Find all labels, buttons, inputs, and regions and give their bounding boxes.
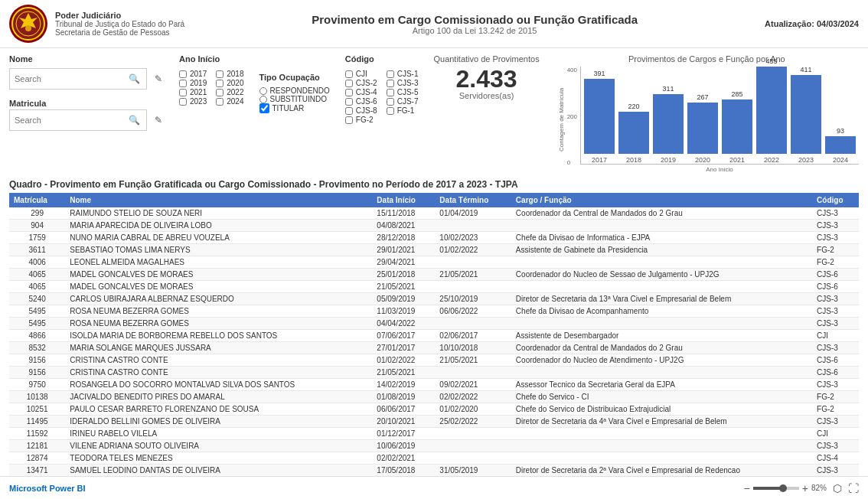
table-cell-1: ROSA NEUMA BEZERRA GOMES (65, 318, 372, 330)
bar-value-2020: 267 (697, 93, 708, 101)
table-cell-3 (435, 220, 511, 232)
codigo-check-cjs-7[interactable] (387, 98, 394, 106)
bar-2017: 391 2017 (584, 70, 615, 164)
table-row[interactable]: 9156CRISTINA CASTRO CONTE21/05/2021CJS-6 (9, 367, 859, 379)
matricula-search-box[interactable]: 🔍 (9, 109, 147, 131)
ano-checkbox-2024[interactable]: 2024 (216, 97, 243, 106)
matricula-edit-button[interactable]: ✎ (153, 115, 164, 126)
codigo-check-cji[interactable] (345, 70, 353, 78)
codigo-check-cjs-2[interactable] (345, 80, 353, 87)
table-row[interactable]: 8532MARIA SOLANGE MARQUES JUSSARA27/01/2… (9, 342, 859, 354)
codigo-checkbox-cjs-1[interactable]: CJS-1 (387, 70, 419, 78)
codigo-label-cjs-5: CJS-5 (397, 88, 419, 96)
table-cell-0: 8532 (9, 342, 65, 354)
zoom-slider[interactable] (753, 487, 799, 490)
ano-check-2021[interactable] (179, 89, 187, 96)
codigo-checkbox-fg-2[interactable]: FG-2 (345, 116, 377, 124)
codigo-checkbox-cjs-3[interactable]: CJS-3 (387, 79, 419, 87)
table-row[interactable]: 9156CRISTINA CASTRO CONTE01/02/202221/05… (9, 354, 859, 367)
table-row[interactable]: 10251PAULO CESAR BARRETO FLORENZANO DE S… (9, 403, 859, 416)
codigo-check-cjs-8[interactable] (345, 107, 353, 115)
tipo-radio-respondendo[interactable]: RESPONDENDO (259, 86, 330, 95)
bar-label-2021: 2021 (729, 156, 745, 164)
tipo-input-substituindo[interactable] (259, 96, 267, 103)
codigo-check-cjs-3[interactable] (387, 80, 394, 87)
table-row[interactable]: 5495ROSA NEUMA BEZERRA GOMES11/03/201906… (9, 305, 859, 318)
bar-rect-2017 (584, 79, 615, 154)
table-row[interactable]: 5240CARLOS UBIRAJARA ALBERNAZ ESQUERDO05… (9, 293, 859, 305)
ano-check-2018[interactable] (216, 70, 224, 78)
table-row[interactable]: 12874TEODORA TELES MENEZES02/02/2021CJS-… (9, 452, 859, 465)
ano-checkbox-2019[interactable]: 2019 (179, 79, 207, 87)
table-cell-5: CJS-3 (812, 342, 859, 354)
codigo-check-cjs-4[interactable] (345, 89, 353, 96)
tipo-label-respondendo: RESPONDENDO (270, 86, 330, 95)
table-row[interactable]: 10138JACIVALDO BENEDITO PIRES DO AMARAL0… (9, 391, 859, 403)
ano-check-2023[interactable] (179, 98, 187, 106)
codigo-checkbox-cjs-5[interactable]: CJS-5 (387, 88, 419, 96)
codigo-checkbox-cjs-4[interactable]: CJS-4 (345, 88, 377, 96)
power-bi-link-container[interactable]: Microsoft Power BI (9, 484, 86, 493)
ano-check-2022[interactable] (216, 89, 224, 96)
ano-checkbox-2023[interactable]: 2023 (179, 97, 207, 106)
table-row[interactable]: 4006LEONEL ALMEIDA MAGALHAES29/04/2021FG… (9, 256, 859, 269)
nome-edit-button[interactable]: ✎ (153, 73, 164, 84)
share-button[interactable]: ⬡ (833, 482, 842, 494)
ano-check-2019[interactable] (179, 80, 187, 87)
ano-checkbox-2017[interactable]: 2017 (179, 70, 207, 78)
header: Poder Judiciário Tribunal de Justiça do … (0, 0, 868, 48)
table-cell-1: VILENE ADRIANA SOUTO OLIVEIRA (65, 440, 372, 452)
codigo-checkbox-cjs-8[interactable]: CJS-8 (345, 106, 377, 115)
table-row[interactable]: 4866ISOLDA MARIA DE BORBOREMA REBELLO DO… (9, 330, 859, 342)
power-bi-link[interactable]: Microsoft Power BI (9, 484, 86, 493)
table-row[interactable]: 904MARIA APARECIDA DE OLIVEIRA LOBO04/08… (9, 220, 859, 232)
ano-checkbox-2020[interactable]: 2020 (216, 79, 243, 87)
table-row[interactable]: 5495ROSA NEUMA BEZERRA GOMES04/04/2022CJ… (9, 318, 859, 330)
table-row[interactable]: 12181VILENE ADRIANA SOUTO OLIVEIRA10/06/… (9, 440, 859, 452)
nome-search-input[interactable] (15, 74, 127, 83)
table-cell-0: 5495 (9, 318, 65, 330)
codigo-checkbox-cjs-6[interactable]: CJS-6 (345, 97, 377, 106)
ano-checkbox-2018[interactable]: 2018 (216, 70, 243, 78)
fullscreen-button[interactable]: ⛶ (848, 482, 859, 494)
codigo-check-cjs-6[interactable] (345, 98, 353, 106)
table-cell-1: SEBASTIAO TOMAS LIMA NERYS (65, 244, 372, 256)
ano-checkbox-2022[interactable]: 2022 (216, 88, 243, 96)
tipo-input-respondendo[interactable] (259, 87, 267, 95)
codigo-checkbox-cji[interactable]: CJI (345, 70, 377, 78)
table-wrapper[interactable]: MatrículaNomeData InícioData TérminoCarg… (9, 193, 859, 476)
table-row[interactable]: 9750ROSANGELA DO SOCORRO MONTALVAD SILVA… (9, 379, 859, 391)
tipo-input-titular[interactable] (259, 103, 269, 113)
codigo-check-fg-2[interactable] (345, 116, 353, 124)
codigo-check-fg-1[interactable] (387, 107, 394, 115)
table-row[interactable]: 11495IDERALDO BELLINI GOMES DE OLIVEIRA2… (9, 416, 859, 428)
codigo-check-cjs-1[interactable] (387, 70, 394, 78)
zoom-plus[interactable]: + (802, 482, 808, 494)
nome-search-button[interactable]: 🔍 (127, 73, 142, 84)
codigo-checkbox-cjs-2[interactable]: CJS-2 (345, 79, 377, 87)
codigo-checkbox-cjs-7[interactable]: CJS-7 (387, 97, 419, 106)
nome-search-box[interactable]: 🔍 (9, 68, 147, 90)
ano-check-2024[interactable] (216, 98, 224, 106)
ano-checkbox-2021[interactable]: 2021 (179, 88, 207, 96)
table-row[interactable]: 299RAIMUNDO STELIO DE SOUZA NERI15/11/20… (9, 207, 859, 220)
zoom-minus[interactable]: − (744, 482, 750, 494)
zoom-thumb[interactable] (779, 484, 787, 492)
table-row[interactable]: 4065MADEL GONCALVES DE MORAES21/05/2021C… (9, 281, 859, 293)
table-row[interactable]: 4065MADEL GONCALVES DE MORAES25/01/20182… (9, 269, 859, 281)
table-row[interactable]: 3611SEBASTIAO TOMAS LIMA NERYS29/01/2021… (9, 244, 859, 256)
codigo-checkbox-fg-1[interactable]: FG-1 (387, 106, 419, 115)
table-cell-3: 06/06/2022 (435, 305, 511, 318)
table-row[interactable]: 1759NUNO MARIA CABRAL DE ABREU VOUZELA28… (9, 232, 859, 244)
codigo-check-cjs-5[interactable] (387, 89, 394, 96)
table-cell-1: NUNO MARIA CABRAL DE ABREU VOUZELA (65, 232, 372, 244)
table-row[interactable]: 11592IRINEU RABELO VILELA01/12/2017CJI (9, 428, 859, 440)
tipo-radio-substituindo[interactable]: SUBSTITUINDO (259, 95, 330, 103)
matricula-search-button[interactable]: 🔍 (127, 115, 142, 126)
table-cell-2: 06/06/2017 (372, 403, 435, 416)
ano-check-2017[interactable] (179, 70, 187, 78)
tipo-radio-titular[interactable]: TITULAR (259, 103, 330, 113)
matricula-search-input[interactable] (15, 116, 127, 125)
table-row[interactable]: 13471SAMUEL LEODINO DANTAS DE OLIVEIRA17… (9, 465, 859, 477)
ano-check-2020[interactable] (216, 80, 224, 87)
